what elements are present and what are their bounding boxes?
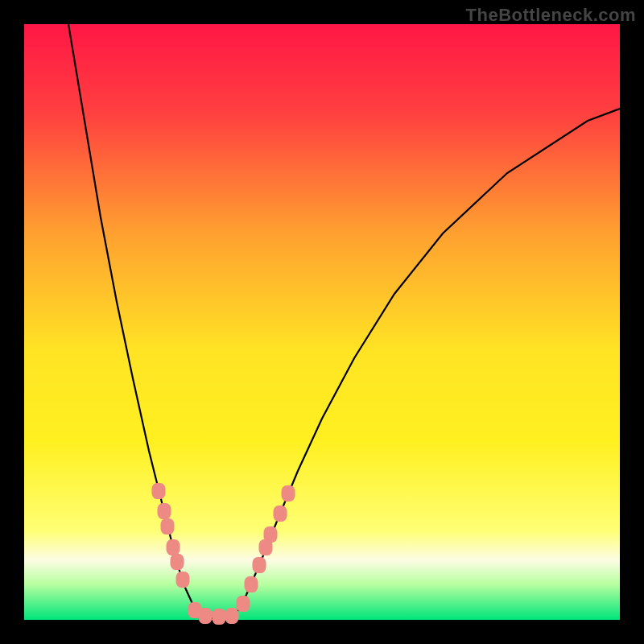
plot-area bbox=[24, 24, 620, 620]
right-curve bbox=[233, 109, 620, 617]
data-marker bbox=[213, 609, 226, 625]
data-marker bbox=[176, 572, 190, 588]
data-marker bbox=[245, 576, 258, 592]
chart-frame: TheBottleneck.com bbox=[0, 0, 644, 644]
curve-layer bbox=[24, 24, 620, 620]
data-marker bbox=[158, 503, 171, 519]
data-marker bbox=[152, 483, 166, 499]
data-marker bbox=[282, 485, 295, 502]
data-marker bbox=[264, 526, 278, 543]
data-marker bbox=[199, 608, 213, 624]
data-marker bbox=[237, 596, 250, 612]
data-marker bbox=[161, 518, 175, 535]
data-marker bbox=[171, 554, 184, 570]
data-marker bbox=[167, 539, 180, 555]
left-curve bbox=[68, 24, 201, 617]
data-marker bbox=[225, 608, 239, 624]
watermark-text: TheBottleneck.com bbox=[466, 5, 636, 26]
data-marker bbox=[253, 557, 266, 573]
data-marker bbox=[274, 506, 287, 522]
